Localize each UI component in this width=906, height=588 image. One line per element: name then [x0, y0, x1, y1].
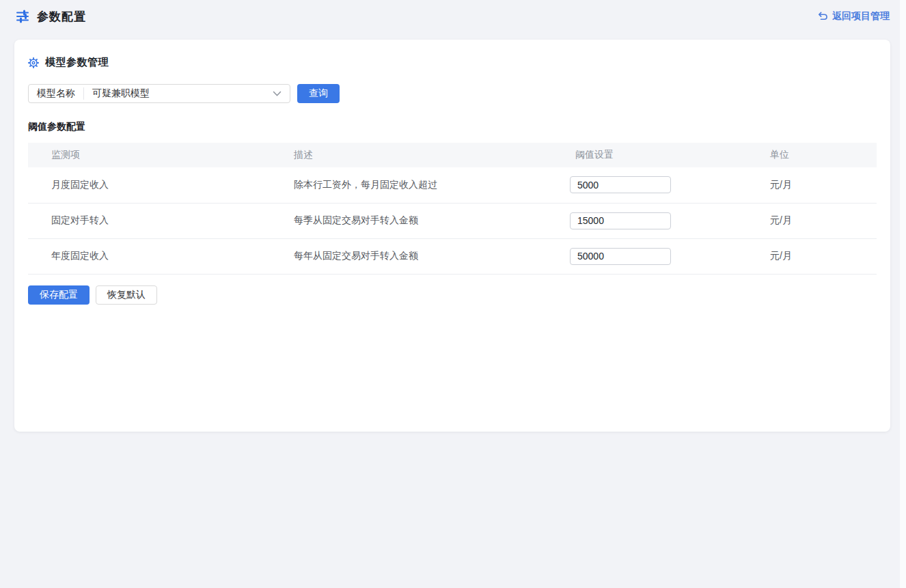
- model-name-select[interactable]: 模型名称 可疑兼职模型: [28, 84, 290, 103]
- sliders-icon: [15, 9, 30, 24]
- query-button[interactable]: 查询: [297, 84, 340, 103]
- threshold-table: 监测项 描述 阈值设置 单位 月度固定收入 除本行工资外，每月固定收入超过 元/…: [28, 143, 877, 275]
- model-name-value: 可疑兼职模型: [84, 87, 273, 100]
- back-to-project-link[interactable]: 返回项目管理: [817, 10, 890, 23]
- description-cell: 每年从固定交易对手转入金额: [271, 238, 552, 274]
- threshold-input[interactable]: [570, 212, 671, 229]
- unit-cell: 元/月: [747, 238, 877, 274]
- model-parameter-card: 模型参数管理 模型名称 可疑兼职模型 查询 阈值参数配置 监测项 描述 阈值设置…: [14, 40, 890, 432]
- save-config-button[interactable]: 保存配置: [28, 285, 90, 305]
- gear-icon: [28, 57, 39, 68]
- section-title: 模型参数管理: [45, 56, 109, 69]
- column-header-threshold: 阈值设置: [552, 143, 747, 167]
- page-title: 参数配置: [37, 9, 86, 25]
- threshold-cell: [552, 167, 747, 203]
- description-cell: 每季从固定交易对手转入金额: [271, 203, 552, 238]
- back-link-label: 返回项目管理: [832, 10, 890, 23]
- threshold-cell: [552, 238, 747, 274]
- table-row: 年度固定收入 每年从固定交易对手转入金额 元/月: [28, 238, 877, 274]
- table-row: 月度固定收入 除本行工资外，每月固定收入超过 元/月: [28, 167, 877, 203]
- threshold-section-title: 阈值参数配置: [28, 121, 877, 133]
- column-header-description: 描述: [271, 143, 552, 167]
- model-name-label: 模型名称: [29, 87, 84, 100]
- unit-cell: 元/月: [747, 167, 877, 203]
- restore-default-button[interactable]: 恢复默认: [96, 285, 157, 305]
- table-row: 固定对手转入 每季从固定交易对手转入金额 元/月: [28, 203, 877, 238]
- action-buttons: 保存配置 恢复默认: [28, 285, 877, 305]
- return-arrow-icon: [817, 11, 828, 22]
- scrollbar[interactable]: [900, 0, 906, 588]
- column-header-unit: 单位: [747, 143, 877, 167]
- monitor-item-cell: 年度固定收入: [28, 238, 271, 274]
- table-header-row: 监测项 描述 阈值设置 单位: [28, 143, 877, 167]
- threshold-input[interactable]: [570, 248, 671, 265]
- section-header: 模型参数管理: [28, 56, 877, 69]
- column-header-monitor-item: 监测项: [28, 143, 271, 167]
- query-row: 模型名称 可疑兼职模型 查询: [28, 84, 877, 103]
- threshold-input[interactable]: [570, 176, 671, 193]
- topbar: 参数配置 返回项目管理: [0, 0, 906, 40]
- page-title-wrap: 参数配置: [15, 9, 86, 25]
- monitor-item-cell: 固定对手转入: [28, 203, 271, 238]
- description-cell: 除本行工资外，每月固定收入超过: [271, 167, 552, 203]
- threshold-cell: [552, 203, 747, 238]
- chevron-down-icon: [273, 91, 290, 97]
- unit-cell: 元/月: [747, 203, 877, 238]
- monitor-item-cell: 月度固定收入: [28, 167, 271, 203]
